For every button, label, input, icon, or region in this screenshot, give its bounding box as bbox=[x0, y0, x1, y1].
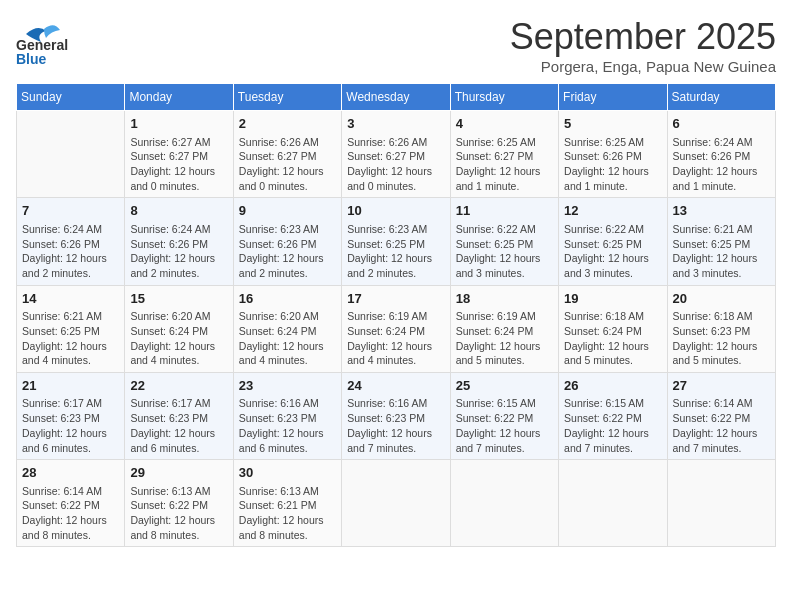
calendar-day-cell: 4Sunrise: 6:25 AMSunset: 6:27 PMDaylight… bbox=[450, 111, 558, 198]
calendar-week-row: 21Sunrise: 6:17 AMSunset: 6:23 PMDayligh… bbox=[17, 372, 776, 459]
day-info: Sunrise: 6:23 AMSunset: 6:25 PMDaylight:… bbox=[347, 222, 444, 281]
title-block: September 2025 Porgera, Enga, Papua New … bbox=[510, 16, 776, 75]
day-info: Sunrise: 6:26 AMSunset: 6:27 PMDaylight:… bbox=[347, 135, 444, 194]
month-title: September 2025 bbox=[510, 16, 776, 58]
page-header: General Blue September 2025 Porgera, Eng… bbox=[16, 16, 776, 75]
day-info: Sunrise: 6:20 AMSunset: 6:24 PMDaylight:… bbox=[130, 309, 227, 368]
calendar-day-cell: 19Sunrise: 6:18 AMSunset: 6:24 PMDayligh… bbox=[559, 285, 667, 372]
calendar-day-cell: 15Sunrise: 6:20 AMSunset: 6:24 PMDayligh… bbox=[125, 285, 233, 372]
calendar-day-cell: 20Sunrise: 6:18 AMSunset: 6:23 PMDayligh… bbox=[667, 285, 775, 372]
day-info: Sunrise: 6:24 AMSunset: 6:26 PMDaylight:… bbox=[22, 222, 119, 281]
day-info: Sunrise: 6:26 AMSunset: 6:27 PMDaylight:… bbox=[239, 135, 336, 194]
calendar-day-cell bbox=[17, 111, 125, 198]
logo-svg: General Blue bbox=[16, 16, 126, 66]
day-number: 2 bbox=[239, 115, 336, 133]
day-of-week-header: Thursday bbox=[450, 84, 558, 111]
calendar-day-cell: 24Sunrise: 6:16 AMSunset: 6:23 PMDayligh… bbox=[342, 372, 450, 459]
day-info: Sunrise: 6:17 AMSunset: 6:23 PMDaylight:… bbox=[130, 396, 227, 455]
day-number: 19 bbox=[564, 290, 661, 308]
day-info: Sunrise: 6:15 AMSunset: 6:22 PMDaylight:… bbox=[564, 396, 661, 455]
day-info: Sunrise: 6:15 AMSunset: 6:22 PMDaylight:… bbox=[456, 396, 553, 455]
calendar-day-cell: 23Sunrise: 6:16 AMSunset: 6:23 PMDayligh… bbox=[233, 372, 341, 459]
svg-text:Blue: Blue bbox=[16, 51, 47, 66]
calendar-week-row: 14Sunrise: 6:21 AMSunset: 6:25 PMDayligh… bbox=[17, 285, 776, 372]
day-of-week-header: Sunday bbox=[17, 84, 125, 111]
calendar-day-cell bbox=[667, 460, 775, 547]
calendar-day-cell: 11Sunrise: 6:22 AMSunset: 6:25 PMDayligh… bbox=[450, 198, 558, 285]
day-info: Sunrise: 6:27 AMSunset: 6:27 PMDaylight:… bbox=[130, 135, 227, 194]
calendar-day-cell: 7Sunrise: 6:24 AMSunset: 6:26 PMDaylight… bbox=[17, 198, 125, 285]
calendar-day-cell: 30Sunrise: 6:13 AMSunset: 6:21 PMDayligh… bbox=[233, 460, 341, 547]
day-info: Sunrise: 6:14 AMSunset: 6:22 PMDaylight:… bbox=[22, 484, 119, 543]
day-number: 1 bbox=[130, 115, 227, 133]
calendar-day-cell: 5Sunrise: 6:25 AMSunset: 6:26 PMDaylight… bbox=[559, 111, 667, 198]
day-info: Sunrise: 6:17 AMSunset: 6:23 PMDaylight:… bbox=[22, 396, 119, 455]
calendar-day-cell: 26Sunrise: 6:15 AMSunset: 6:22 PMDayligh… bbox=[559, 372, 667, 459]
calendar-day-cell bbox=[450, 460, 558, 547]
calendar-week-row: 1Sunrise: 6:27 AMSunset: 6:27 PMDaylight… bbox=[17, 111, 776, 198]
day-number: 8 bbox=[130, 202, 227, 220]
calendar-day-cell: 28Sunrise: 6:14 AMSunset: 6:22 PMDayligh… bbox=[17, 460, 125, 547]
day-number: 10 bbox=[347, 202, 444, 220]
day-of-week-header: Friday bbox=[559, 84, 667, 111]
day-info: Sunrise: 6:21 AMSunset: 6:25 PMDaylight:… bbox=[673, 222, 770, 281]
day-info: Sunrise: 6:18 AMSunset: 6:23 PMDaylight:… bbox=[673, 309, 770, 368]
calendar-day-cell: 16Sunrise: 6:20 AMSunset: 6:24 PMDayligh… bbox=[233, 285, 341, 372]
calendar-day-cell: 13Sunrise: 6:21 AMSunset: 6:25 PMDayligh… bbox=[667, 198, 775, 285]
day-number: 7 bbox=[22, 202, 119, 220]
day-number: 13 bbox=[673, 202, 770, 220]
day-number: 14 bbox=[22, 290, 119, 308]
day-info: Sunrise: 6:23 AMSunset: 6:26 PMDaylight:… bbox=[239, 222, 336, 281]
day-number: 18 bbox=[456, 290, 553, 308]
day-info: Sunrise: 6:19 AMSunset: 6:24 PMDaylight:… bbox=[456, 309, 553, 368]
calendar-header-row: SundayMondayTuesdayWednesdayThursdayFrid… bbox=[17, 84, 776, 111]
day-number: 24 bbox=[347, 377, 444, 395]
day-of-week-header: Tuesday bbox=[233, 84, 341, 111]
day-number: 20 bbox=[673, 290, 770, 308]
day-of-week-header: Wednesday bbox=[342, 84, 450, 111]
day-number: 27 bbox=[673, 377, 770, 395]
day-number: 9 bbox=[239, 202, 336, 220]
day-info: Sunrise: 6:16 AMSunset: 6:23 PMDaylight:… bbox=[239, 396, 336, 455]
day-number: 12 bbox=[564, 202, 661, 220]
day-info: Sunrise: 6:24 AMSunset: 6:26 PMDaylight:… bbox=[673, 135, 770, 194]
day-number: 29 bbox=[130, 464, 227, 482]
calendar-day-cell: 22Sunrise: 6:17 AMSunset: 6:23 PMDayligh… bbox=[125, 372, 233, 459]
calendar-day-cell: 3Sunrise: 6:26 AMSunset: 6:27 PMDaylight… bbox=[342, 111, 450, 198]
calendar-day-cell: 9Sunrise: 6:23 AMSunset: 6:26 PMDaylight… bbox=[233, 198, 341, 285]
day-info: Sunrise: 6:20 AMSunset: 6:24 PMDaylight:… bbox=[239, 309, 336, 368]
day-info: Sunrise: 6:19 AMSunset: 6:24 PMDaylight:… bbox=[347, 309, 444, 368]
logo: General Blue bbox=[16, 16, 126, 70]
calendar-day-cell: 18Sunrise: 6:19 AMSunset: 6:24 PMDayligh… bbox=[450, 285, 558, 372]
day-info: Sunrise: 6:21 AMSunset: 6:25 PMDaylight:… bbox=[22, 309, 119, 368]
day-info: Sunrise: 6:25 AMSunset: 6:26 PMDaylight:… bbox=[564, 135, 661, 194]
calendar-day-cell: 14Sunrise: 6:21 AMSunset: 6:25 PMDayligh… bbox=[17, 285, 125, 372]
calendar-day-cell: 21Sunrise: 6:17 AMSunset: 6:23 PMDayligh… bbox=[17, 372, 125, 459]
day-number: 11 bbox=[456, 202, 553, 220]
calendar-week-row: 28Sunrise: 6:14 AMSunset: 6:22 PMDayligh… bbox=[17, 460, 776, 547]
day-number: 25 bbox=[456, 377, 553, 395]
calendar-day-cell: 17Sunrise: 6:19 AMSunset: 6:24 PMDayligh… bbox=[342, 285, 450, 372]
calendar-day-cell: 10Sunrise: 6:23 AMSunset: 6:25 PMDayligh… bbox=[342, 198, 450, 285]
day-number: 15 bbox=[130, 290, 227, 308]
day-number: 4 bbox=[456, 115, 553, 133]
day-number: 3 bbox=[347, 115, 444, 133]
logo-text: General Blue bbox=[16, 16, 126, 70]
calendar-table: SundayMondayTuesdayWednesdayThursdayFrid… bbox=[16, 83, 776, 547]
calendar-day-cell: 8Sunrise: 6:24 AMSunset: 6:26 PMDaylight… bbox=[125, 198, 233, 285]
day-of-week-header: Saturday bbox=[667, 84, 775, 111]
calendar-day-cell: 1Sunrise: 6:27 AMSunset: 6:27 PMDaylight… bbox=[125, 111, 233, 198]
calendar-day-cell: 6Sunrise: 6:24 AMSunset: 6:26 PMDaylight… bbox=[667, 111, 775, 198]
day-number: 26 bbox=[564, 377, 661, 395]
calendar-day-cell: 12Sunrise: 6:22 AMSunset: 6:25 PMDayligh… bbox=[559, 198, 667, 285]
day-number: 5 bbox=[564, 115, 661, 133]
day-info: Sunrise: 6:13 AMSunset: 6:22 PMDaylight:… bbox=[130, 484, 227, 543]
calendar-day-cell: 27Sunrise: 6:14 AMSunset: 6:22 PMDayligh… bbox=[667, 372, 775, 459]
day-of-week-header: Monday bbox=[125, 84, 233, 111]
day-number: 22 bbox=[130, 377, 227, 395]
calendar-day-cell bbox=[342, 460, 450, 547]
day-info: Sunrise: 6:16 AMSunset: 6:23 PMDaylight:… bbox=[347, 396, 444, 455]
day-number: 16 bbox=[239, 290, 336, 308]
day-number: 17 bbox=[347, 290, 444, 308]
day-info: Sunrise: 6:14 AMSunset: 6:22 PMDaylight:… bbox=[673, 396, 770, 455]
